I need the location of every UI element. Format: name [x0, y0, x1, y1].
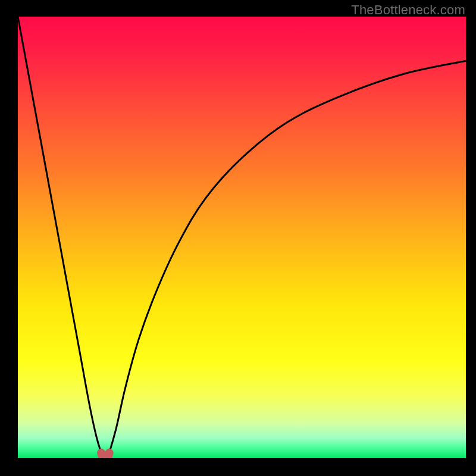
plot-area: [18, 17, 466, 458]
minimum-marker: [101, 453, 109, 458]
bottleneck-curve-left: [18, 17, 101, 453]
bottleneck-curve-right: [109, 61, 466, 453]
watermark-text: TheBottleneck.com: [351, 2, 465, 18]
curve-layer: [18, 17, 466, 458]
